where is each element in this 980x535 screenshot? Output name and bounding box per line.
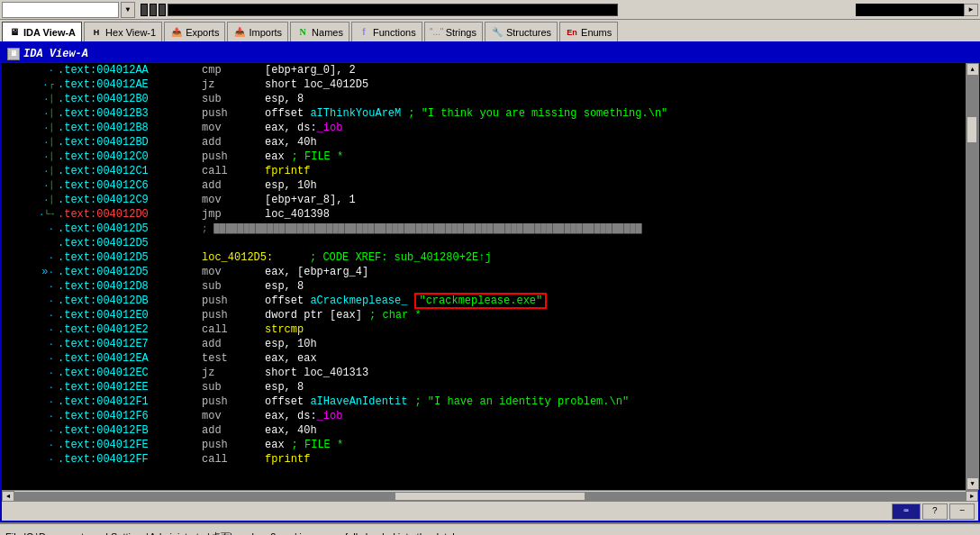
help-btn[interactable]: ? (922, 503, 948, 520)
code-line-0[interactable]: .text:004012AA cmp [ebp+arg_0], 2 (56, 63, 966, 77)
gutter-0: · (2, 63, 56, 77)
h-scroll-track[interactable] (14, 492, 966, 501)
hex-view-icon: H (90, 26, 103, 39)
gutter-18: · (2, 322, 56, 337)
code-line-14[interactable]: .text:004012D5 mov eax, [ebp+arg_4] (56, 265, 966, 279)
imports-icon: 📥 (233, 26, 246, 39)
ida-window-title: IDA View-A (23, 48, 88, 60)
tab-functions-label: Functions (373, 27, 416, 38)
tab-ida-view-label: IDA View-A (23, 27, 76, 38)
h-scroll-thumb[interactable] (395, 492, 585, 501)
tab-strings-label: Strings (446, 27, 476, 38)
right-indicator: ► (856, 4, 978, 16)
ida-window: 🖥 IDA View-A · ·┌ ·│ ·│ ·│ ·│ ·│ ·│ ·│ ·… (0, 43, 980, 522)
gutter-26: · (2, 438, 56, 452)
keyboard-icon-btn[interactable]: ⌨ (892, 503, 921, 520)
code-line-22[interactable]: .text:004012EE sub esp, 8 (56, 380, 966, 394)
gutter-22: · (2, 380, 56, 394)
scroll-thumb[interactable] (966, 116, 977, 143)
gutter-12 (2, 236, 56, 250)
progress-bar-area (141, 4, 618, 16)
tab-bar: 🖥 IDA View-A H Hex View-1 📤 Exports 📥 Im… (0, 20, 980, 43)
gutter-10: ·└→ (2, 207, 56, 222)
tab-imports[interactable]: 📥 Imports (227, 22, 288, 41)
dropdown-arrow[interactable]: ▼ (121, 2, 135, 18)
code-line-17[interactable]: .text:004012E0 push dword ptr [eax] ; ch… (56, 308, 966, 322)
code-line-26[interactable]: .text:004012FE push eax ; FILE * (56, 438, 966, 452)
code-line-13[interactable]: .text:004012D5 loc_4012D5: ; CODE XREF: … (56, 250, 966, 265)
names-icon: N (296, 26, 309, 39)
gutter-25: · (2, 423, 56, 438)
code-line-23[interactable]: .text:004012F1 push offset aIHaveAnIdent… (56, 394, 966, 409)
code-line-11[interactable]: .text:004012D5 ; ███████████████████████… (56, 222, 966, 236)
gutter-14: »· (2, 265, 56, 279)
code-line-3[interactable]: .text:004012B3 push offset aIThinkYouAre… (56, 106, 966, 121)
progress-track (168, 4, 618, 16)
code-line-1[interactable]: .text:004012AE jz short loc_4012D5 (56, 77, 966, 92)
tab-hex-view[interactable]: H Hex View-1 (84, 22, 162, 41)
gutter-7: ·│ (2, 164, 56, 178)
left-gutter: · ·┌ ·│ ·│ ·│ ·│ ·│ ·│ ·│ ·│ ·└→ · · »· … (2, 63, 56, 490)
tab-exports[interactable]: 📤 Exports (164, 22, 225, 41)
scroll-left-btn[interactable]: ◄ (2, 491, 14, 502)
top-toolbar: ▼ ► (0, 0, 980, 20)
tab-functions[interactable]: f Functions (351, 22, 422, 41)
code-line-24[interactable]: .text:004012F6 mov eax, ds:_iob (56, 409, 966, 423)
ida-window-icon: 🖥 (7, 48, 20, 60)
gutter-17: · (2, 308, 56, 322)
gutter-21: · (2, 366, 56, 380)
gutter-6: ·│ (2, 150, 56, 164)
code-line-12[interactable]: .text:004012D5 (56, 236, 966, 250)
tab-imports-label: Imports (249, 27, 282, 38)
tab-enums[interactable]: En Enums (559, 22, 618, 41)
tab-structures-label: Structures (506, 27, 551, 38)
code-line-15[interactable]: .text:004012D8 sub esp, 8 (56, 279, 966, 294)
scroll-right-btn[interactable]: ► (964, 4, 978, 16)
tab-structures[interactable]: 🔧 Structures (485, 22, 558, 41)
ida-title-bar: 🖥 IDA View-A (2, 45, 978, 63)
gutter-3: ·│ (2, 106, 56, 121)
code-line-5[interactable]: .text:004012BD add eax, 40h (56, 135, 966, 150)
dropdown-box[interactable] (2, 2, 119, 18)
enums-icon: En (566, 26, 578, 39)
code-line-4[interactable]: .text:004012B8 mov eax, ds:_iob (56, 121, 966, 135)
code-line-9[interactable]: .text:004012C9 mov [ebp+var_8], 1 (56, 193, 966, 207)
code-line-16[interactable]: .text:004012DB push offset aCrackmepleas… (56, 294, 966, 308)
scroll-track[interactable] (966, 76, 979, 477)
tab-ida-view[interactable]: 🖥 IDA View-A (2, 22, 82, 41)
code-line-20[interactable]: .text:004012EA test eax, eax (56, 351, 966, 366)
functions-icon: f (358, 26, 370, 39)
scroll-up-btn[interactable]: ▲ (966, 63, 979, 76)
code-line-21[interactable]: .text:004012EC jz short loc_401313 (56, 366, 966, 380)
scroll-right-btn[interactable]: ► (966, 491, 978, 502)
seg3 (159, 4, 166, 16)
code-line-6[interactable]: .text:004012C0 push eax ; FILE * (56, 150, 966, 164)
gutter-23: · (2, 394, 56, 409)
tab-strings[interactable]: "..." Strings (424, 22, 483, 41)
gutter-16: · (2, 294, 56, 308)
gutter-4: ·│ (2, 121, 56, 135)
tab-names[interactable]: N Names (290, 22, 349, 41)
code-line-7[interactable]: .text:004012C1 call fprintf (56, 164, 966, 178)
code-line-25[interactable]: .text:004012FB add eax, 40h (56, 423, 966, 438)
code-line-2[interactable]: .text:004012B0 sub esp, 8 (56, 92, 966, 106)
code-line-19[interactable]: .text:004012E7 add esp, 10h (56, 337, 966, 351)
tab-enums-label: Enums (581, 27, 612, 38)
gutter-13: · (2, 250, 56, 265)
gutter-27: · (2, 452, 56, 467)
string-highlight: "crackmeplease.exe" (414, 293, 547, 309)
vertical-scrollbar[interactable]: ▲ ▼ (966, 63, 978, 490)
code-line-27[interactable]: .text:004012FF call fprintf (56, 452, 966, 467)
gutter-15: · (2, 279, 56, 294)
tab-exports-label: Exports (186, 27, 219, 38)
ida-view-icon: 🖥 (8, 26, 21, 39)
horizontal-scrollbar[interactable]: ◄ ► (2, 490, 978, 501)
code-view[interactable]: .text:004012AA cmp [ebp+arg_0], 2 .text:… (56, 63, 966, 490)
code-line-8[interactable]: .text:004012C6 add esp, 10h (56, 178, 966, 193)
gutter-24: · (2, 409, 56, 423)
code-line-18[interactable]: .text:004012E2 call strcmp (56, 322, 966, 337)
gutter-2: ·│ (2, 92, 56, 106)
code-line-10[interactable]: .text:004012D0 jmp loc_401398 (56, 207, 966, 222)
minimize-btn[interactable]: − (949, 503, 975, 520)
scroll-down-btn[interactable]: ▼ (966, 477, 979, 490)
